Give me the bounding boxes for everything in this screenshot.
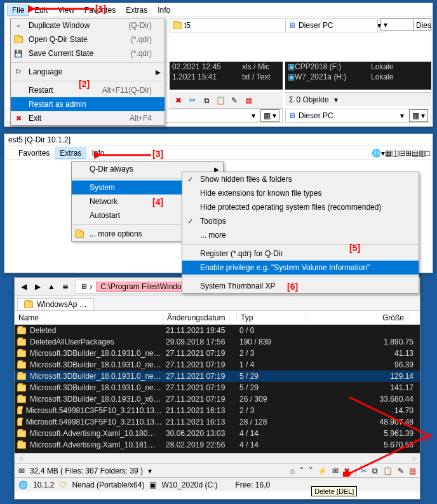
fwd-icon[interactable]: ▶: [31, 280, 44, 293]
table-row[interactable]: Microsoft.Advertising.Xaml_10.181…28.02.…: [15, 439, 420, 451]
menu-info[interactable]: Info: [152, 4, 175, 16]
layout-icon[interactable]: ⊟: [399, 149, 405, 158]
file-name: Microsoft.549981C3F5F10_3.2110.13…: [26, 406, 162, 415]
flash-icon[interactable]: ⚡: [318, 467, 327, 475]
tooltip-delete: Delete [DEL]: [311, 486, 357, 496]
edit-icon[interactable]: ✎: [398, 467, 404, 475]
menu-favorites-2[interactable]: Favorites: [13, 147, 55, 159]
delete-icon[interactable]: ✖: [172, 94, 185, 107]
globe-icon[interactable]: 🌐: [372, 149, 381, 158]
cut-icon[interactable]: ✂: [361, 467, 367, 475]
file-date: 30.06.2020 13:03: [166, 429, 239, 438]
table-row[interactable]: Microsoft.Advertising.Xaml_10.180…30.06.…: [15, 428, 420, 439]
system-submenu: Show hidden files & folders Hide extensi…: [182, 172, 419, 294]
cut-icon[interactable]: ✂: [186, 94, 199, 107]
folder-icon: [173, 22, 182, 29]
shield-icon: 🛡: [59, 480, 67, 489]
back-icon[interactable]: ◀: [17, 280, 30, 293]
file-name: Microsoft.Advertising.Xaml_10.181…: [30, 440, 155, 449]
file-name: Microsoft.3DBuilder_18.0.1931.0_x6…: [30, 395, 161, 404]
label: Dies: [416, 21, 431, 30]
menu-show-hidden[interactable]: Show hidden files & folders: [182, 172, 419, 186]
menu-file[interactable]: File: [7, 4, 29, 16]
layout-icon[interactable]: ⊞: [405, 149, 412, 158]
file-type: 190 / 839: [239, 337, 308, 346]
copy-icon[interactable]: ⧉: [372, 467, 378, 475]
home-icon[interactable]: ⌂: [290, 467, 295, 475]
file-type: 2 / 3: [239, 406, 308, 415]
menu-hide-protected[interactable]: Hide protected operating system files (r…: [182, 200, 419, 214]
mail-icon[interactable]: ✉: [332, 467, 339, 475]
table-row[interactable]: Microsoft.549981C3F5F10_3.2110.13…21.11.…: [15, 416, 420, 428]
file-menu-dropdown: ▫Duplicate Window(Q-Dir) Open Q-Dir Stat…: [10, 18, 165, 126]
table-row[interactable]: Microsoft.3DBuilder_18.0.1931.0_ne…27.11…: [15, 371, 420, 382]
delete-icon[interactable]: ✖: [344, 467, 350, 475]
menu-extras-2[interactable]: Extras: [55, 147, 86, 159]
tab-windowsapps[interactable]: WindowsAp …: [17, 298, 94, 310]
layout-icon[interactable]: □: [426, 149, 430, 158]
col-size[interactable]: Größe: [306, 313, 408, 322]
address-bar-4[interactable]: 🖥 Dieser PC ▾ ▦ ▾: [285, 109, 431, 123]
folder-icon: [17, 385, 26, 392]
file-size: 41.13: [308, 349, 417, 358]
table-row[interactable]: DeletedAllUserPackages29.09.2018 17:5619…: [15, 336, 420, 348]
copy-icon[interactable]: ⧉: [200, 94, 213, 107]
menu-restart[interactable]: RestartAlt+F11(Q-Dir): [11, 83, 165, 97]
grid-icon[interactable]: ▦: [242, 94, 255, 107]
view-combo[interactable]: ▦ ▾: [409, 109, 428, 122]
file-type: 5 / 29: [239, 372, 308, 381]
col-type[interactable]: Typ: [237, 313, 306, 322]
folder-icon: [17, 339, 26, 346]
menu-language[interactable]: 🏳Language▶: [11, 65, 165, 79]
menu-duplicate-window[interactable]: ▫Duplicate Window(Q-Dir): [11, 18, 165, 32]
menu-edit[interactable]: Edit: [29, 4, 53, 16]
menu-enable-privilege[interactable]: Enable privilege e.g. "System Volume Inf…: [182, 261, 419, 275]
table-row[interactable]: Microsoft.3DBuilder_18.0.1931.0_ne…27.11…: [15, 359, 420, 371]
menu-hide-ext[interactable]: Hide extensions for known file types: [182, 186, 419, 200]
menu-open-state[interactable]: Open Q-Dir State(*.qdr): [11, 32, 165, 46]
folder-icon: [17, 350, 26, 357]
col-date[interactable]: Änderungsdatum: [163, 313, 237, 322]
table-row[interactable]: Microsoft.3DBuilder_18.0.1931.0_ne…27.11…: [15, 348, 420, 359]
view-combo[interactable]: ▾: [380, 18, 413, 31]
table-row[interactable]: Microsoft.3DBuilder_18.0.1931.0_x6…27.11…: [15, 393, 420, 405]
paste-icon[interactable]: 📋: [383, 467, 393, 475]
menu-save-state[interactable]: 💾Save Current State(*.qdr): [11, 46, 165, 60]
table-row[interactable]: Microsoft.549981C3F5F10_3.2110.13…21.11.…: [15, 405, 420, 416]
up-icon[interactable]: ˄: [300, 467, 304, 475]
menu-exit[interactable]: ✖ExitAlt+F4: [11, 111, 165, 125]
letter-icon[interactable]: ✉: [18, 467, 25, 475]
levels-icon[interactable]: ≣: [59, 280, 72, 293]
file-list[interactable]: Deleted21.11.2021 19:450 / 0DeletedAllUs…: [15, 325, 420, 453]
grid-icon[interactable]: ▦: [409, 467, 416, 475]
down-icon[interactable]: ˅: [309, 467, 313, 475]
address-bar-2[interactable]: 🖥 Dieser PC: [285, 18, 378, 32]
menu-tooltips[interactable]: Tooltips: [182, 214, 419, 228]
scroll-right-icon[interactable]: ▶: [410, 454, 420, 463]
folder-icon: [17, 442, 26, 449]
column-headers[interactable]: Name Änderungsdatum Typ Größe: [15, 311, 420, 325]
layout-icon[interactable]: ▤: [412, 149, 419, 158]
scroll-left-icon[interactable]: ◀: [15, 454, 25, 463]
paste-icon[interactable]: 📋: [214, 94, 227, 107]
menu-view[interactable]: View: [53, 4, 79, 16]
table-row[interactable]: Deleted21.11.2021 19:450 / 0: [15, 325, 420, 336]
crumb-text: Dieser PC: [299, 21, 333, 30]
layout-icon[interactable]: ▦: [385, 149, 392, 158]
menu-system-thumbnail[interactable]: System Thumbnail XP: [182, 279, 419, 293]
layout-icon[interactable]: ◫: [392, 149, 399, 158]
menu-more[interactable]: ... more: [182, 228, 419, 242]
menu-info-2[interactable]: Info: [86, 147, 109, 159]
view-combo[interactable]: ▦ ▾: [260, 109, 279, 122]
menu-favorites[interactable]: Favorites: [79, 4, 121, 16]
file-size: 14.70: [308, 406, 417, 415]
layout-icon[interactable]: ▥: [419, 149, 426, 158]
col-name[interactable]: Name: [15, 313, 163, 322]
menu-extras[interactable]: Extras: [121, 4, 152, 16]
table-row[interactable]: Microsoft.3DBuilder_18.0.1931.0_ne…27.11…: [15, 382, 420, 393]
up-icon[interactable]: ▲: [45, 280, 58, 293]
edit-icon[interactable]: ✎: [228, 94, 241, 107]
file-type: 0 / 0: [239, 326, 308, 335]
menu-register-qdr[interactable]: Register (*.qdr) for Q-Dir: [182, 247, 419, 261]
menu-restart-admin[interactable]: Restart as admin: [11, 97, 165, 111]
